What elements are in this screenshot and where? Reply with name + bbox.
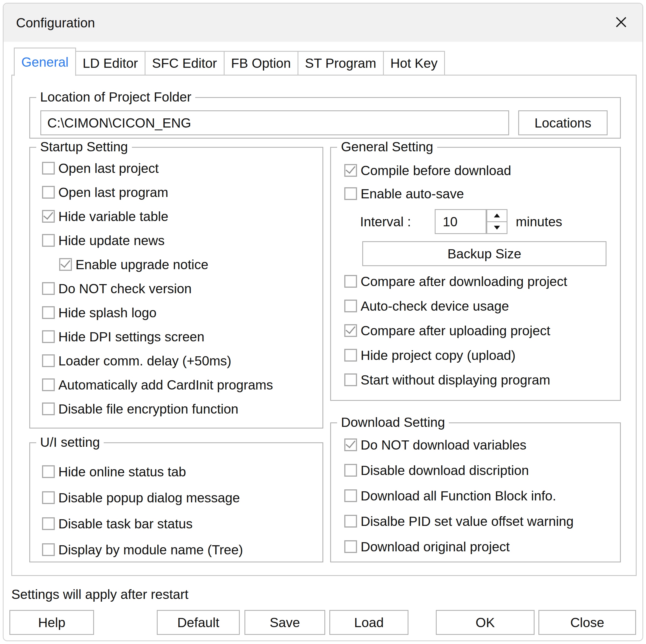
checkbox-row[interactable]: Hide online status tab	[42, 465, 243, 478]
group-title: Location of Project Folder	[36, 89, 195, 105]
download-checkbox-list: Do NOT download variables Disable downlo…	[344, 439, 573, 553]
tab[interactable]: SFC Editor	[145, 51, 225, 75]
checkbox-label: Do NOT check version	[59, 281, 192, 296]
checkbox[interactable]	[344, 540, 357, 553]
checkbox[interactable]	[42, 162, 55, 175]
locations-button[interactable]: Locations	[518, 110, 608, 135]
checkbox[interactable]	[344, 275, 357, 288]
checkbox-row[interactable]: Hide splash logo	[42, 306, 273, 319]
checkbox-row[interactable]: Open last program	[42, 186, 273, 199]
checkbox-row[interactable]: Disalbe PID set value offset warning	[344, 515, 573, 528]
checkbox[interactable]	[344, 489, 357, 502]
checkbox[interactable]	[42, 234, 55, 247]
help-button[interactable]: Help	[9, 610, 94, 635]
close-button[interactable]	[612, 4, 631, 42]
checkbox[interactable]	[344, 464, 357, 477]
checkbox-row[interactable]: Download all Function Block info.	[344, 489, 573, 502]
checkbox-row[interactable]: Disable popup dialog message	[42, 491, 243, 504]
checkbox-label: Display by module name (Tree)	[59, 542, 243, 557]
tab-label: ST Program	[305, 56, 376, 71]
tab[interactable]: ST Program	[298, 51, 384, 75]
ok-button[interactable]: OK	[436, 610, 535, 635]
checkbox[interactable]	[344, 187, 357, 200]
checkbox-row[interactable]: Hide variable table	[42, 210, 273, 223]
general-checkbox-list-top: Compile before download Enable auto-save	[344, 164, 511, 200]
checkbox-label: Download all Function Block info.	[360, 488, 556, 503]
checkbox-row[interactable]: Disable file encryption function	[42, 402, 273, 415]
checkbox[interactable]	[344, 439, 357, 451]
load-button[interactable]: Load	[329, 610, 409, 635]
titlebar: Configuration	[4, 4, 642, 42]
checkbox[interactable]	[42, 543, 55, 556]
checkbox[interactable]	[42, 378, 55, 391]
checkbox-row[interactable]: Automatically add CardInit programs	[42, 378, 273, 391]
spinner-up-button[interactable]	[487, 210, 507, 222]
checkbox[interactable]	[42, 306, 55, 319]
tab-label: General	[21, 55, 69, 70]
backup-size-button[interactable]: Backup Size	[362, 241, 607, 266]
checkbox-row[interactable]: Enable auto-save	[344, 187, 511, 200]
checkbox-row[interactable]: Start without displaying program	[344, 373, 567, 386]
checkbox[interactable]	[42, 517, 55, 530]
checkbox-row[interactable]: Compare after downloading project	[344, 275, 567, 288]
ui-setting-group: U/I setting Hide online status tab Disab…	[29, 442, 323, 562]
group-title: U/I setting	[36, 434, 104, 450]
interval-value-input[interactable]	[435, 209, 487, 234]
checkbox[interactable]	[344, 300, 357, 312]
checkbox-label: Disable task bar status	[59, 516, 193, 531]
checkbox[interactable]	[42, 210, 55, 223]
checkbox-row[interactable]: Do NOT check version	[42, 282, 273, 295]
project-folder-path-input[interactable]	[40, 110, 509, 135]
restart-note: Settings will apply after restart	[11, 587, 188, 602]
checkbox[interactable]	[344, 349, 357, 362]
checkbox-row[interactable]: Open last project	[42, 162, 273, 175]
group-title: Download Setting	[337, 415, 449, 431]
checkbox[interactable]	[59, 258, 72, 271]
group-title: Startup Setting	[36, 139, 132, 155]
tab-label: FB Option	[231, 56, 291, 71]
window-title: Configuration	[16, 15, 95, 30]
checkbox-label: Enable upgrade notice	[76, 257, 208, 272]
group-title: General Setting	[337, 139, 437, 155]
checkbox[interactable]	[344, 373, 357, 386]
checkbox-label: Disable file encryption function	[59, 401, 238, 417]
checkbox-row[interactable]: Auto-check device usage	[344, 300, 567, 312]
checkbox[interactable]	[42, 282, 55, 295]
checkbox-label: Compare after uploading project	[360, 323, 550, 338]
checkbox-label: Hide project copy (upload)	[360, 348, 516, 363]
tab[interactable]: LD Editor	[75, 51, 145, 75]
tab[interactable]: Hot Key	[383, 51, 445, 75]
checkbox-row[interactable]: Disable task bar status	[42, 517, 243, 530]
checkbox[interactable]	[42, 465, 55, 478]
checkbox[interactable]	[42, 491, 55, 504]
tab-label: LD Editor	[83, 56, 138, 71]
checkbox[interactable]	[344, 164, 357, 177]
checkbox[interactable]	[42, 402, 55, 415]
checkbox-row[interactable]: Compare after uploading project	[344, 324, 567, 337]
spinner-down-button[interactable]	[487, 222, 507, 234]
checkbox[interactable]	[42, 354, 55, 367]
checkbox-row[interactable]: Compile before download	[344, 164, 511, 177]
tab[interactable]: FB Option	[224, 51, 298, 75]
checkbox-label: Disable download discription	[360, 463, 529, 478]
tab-content-panel: Location of Project Folder Locations Sta…	[11, 75, 637, 576]
close-dialog-button[interactable]: Close	[538, 610, 636, 635]
checkbox-row[interactable]: Do NOT download variables	[344, 439, 573, 451]
checkbox-row[interactable]: Download original project	[344, 540, 573, 553]
checkbox[interactable]	[344, 324, 357, 337]
checkbox-row[interactable]: Hide DPI settings screen	[42, 330, 273, 343]
checkbox[interactable]	[42, 186, 55, 199]
save-button[interactable]: Save	[244, 610, 325, 635]
checkbox-row[interactable]: Hide update news	[42, 234, 273, 247]
checkbox-row[interactable]: Enable upgrade notice	[59, 258, 273, 271]
checkbox-row[interactable]: Hide project copy (upload)	[344, 349, 567, 362]
checkbox-label: Compare after downloading project	[360, 274, 567, 289]
checkbox-row[interactable]: Disable download discription	[344, 464, 573, 477]
checkbox[interactable]	[42, 330, 55, 343]
default-button[interactable]: Default	[157, 610, 240, 635]
checkbox-label: Hide update news	[59, 233, 165, 248]
checkbox-row[interactable]: Display by module name (Tree)	[42, 543, 243, 556]
checkbox-row[interactable]: Loader comm. delay (+50ms)	[42, 354, 273, 367]
tab[interactable]: General	[14, 48, 76, 76]
checkbox[interactable]	[344, 515, 357, 528]
